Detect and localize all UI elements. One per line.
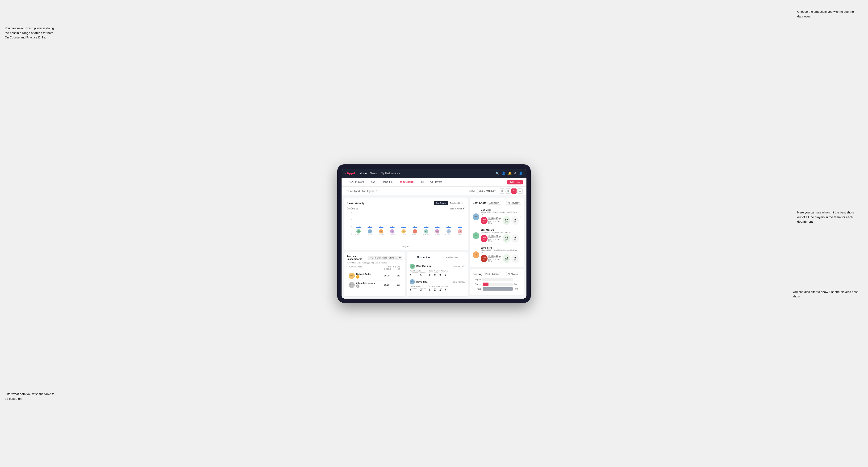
active-avatar-1: BM xyxy=(410,264,415,269)
tab-hcaps[interactable]: Hcaps 1-5 xyxy=(378,179,395,185)
scoring-bar-fill-birdies xyxy=(483,283,489,286)
lb-rank-badge-2: 2 xyxy=(356,284,360,288)
tab-team-clippd[interactable]: Team Clippd xyxy=(396,179,416,185)
bar-group-1: 12 BB B. Britt xyxy=(365,225,375,236)
practice-drills-toggle[interactable]: Practice Drills xyxy=(448,201,465,205)
x-axis-label-8: E. Crossman xyxy=(445,234,452,236)
active-stat-rounds-1: Total Rounds Tournament 7 Practice xyxy=(410,270,426,276)
leaderboard-dropdown[interactable]: PUTT Must Make Putting ... xyxy=(368,256,402,260)
tab-pgat-players[interactable]: PGAT Players xyxy=(345,179,366,185)
lb-col-pb-score: PB SCORE xyxy=(381,266,391,270)
shot-row-3[interactable]: DF David Ford 24 Aug 2023 · Royal North … xyxy=(473,245,521,264)
x-axis-label-6: R. Butler xyxy=(423,234,429,236)
shot-info-2: Shot Dist: 43 ydsStart Lie: RoughEnd Lie… xyxy=(489,235,502,242)
scoring-card: Scoring Par 3, 4 & 5s ▾ All Players ▾ Ea… xyxy=(470,269,524,295)
annotation-player-select: You can select which player is doing the… xyxy=(5,26,57,40)
on-course-toggle[interactable]: On Course xyxy=(434,201,448,205)
time-select[interactable]: Last 3 months ▾ xyxy=(477,189,497,193)
chevron-right-icon-3: › xyxy=(520,253,521,256)
add-circle-icon[interactable]: ⊕ xyxy=(514,172,517,175)
bar-group-0: 13 BM B. McHarg xyxy=(353,225,364,236)
bar-avatar-4: EE xyxy=(401,229,406,234)
most-active-tab[interactable]: Most Active xyxy=(410,255,437,260)
tab-pga[interactable]: PGA xyxy=(367,179,377,185)
active-stats-row-1: Total Rounds Tournament 7 Practice xyxy=(410,270,465,276)
lb-avg-1: 110 xyxy=(391,275,400,277)
list-view-icon[interactable]: ☰ xyxy=(518,188,523,194)
nav-links: Home Teams My Performance xyxy=(360,172,491,175)
app-val-2: 0 xyxy=(434,289,437,292)
user-avatar-icon[interactable]: 👤 xyxy=(519,172,523,175)
least-active-tab[interactable]: Least Active xyxy=(437,255,465,260)
bar-avatar-9: LR xyxy=(458,229,462,234)
bar-value-1: 12 xyxy=(369,225,371,227)
bar-4 xyxy=(401,227,406,228)
bar-avatar-2: DF xyxy=(379,229,383,234)
active-stat-activities-label-2: Total Practice Activities xyxy=(429,285,449,287)
shot-details-2: 200SG Shot Dist: 43 ydsStart Lie: RoughE… xyxy=(481,234,519,243)
shots-filter[interactable]: All Shots ▾ xyxy=(488,201,501,205)
player-activity-header: Player Activity On Course Practice Drill… xyxy=(347,201,465,205)
bar-value-3: 9 xyxy=(392,225,393,227)
x-axis-label-7: M. Miller xyxy=(435,234,440,236)
bar-1 xyxy=(368,227,372,228)
bell-icon[interactable]: 🔔 xyxy=(508,172,512,175)
arg-label-1: ARG xyxy=(439,272,443,274)
total-rounds-dropdown[interactable]: Total Rounds ▾ xyxy=(448,207,465,210)
tournament-val-2: 8 xyxy=(410,289,418,292)
bar-highlight-4 xyxy=(401,227,406,228)
active-stat-rounds-2: Total Rounds Tournament 8 Practice xyxy=(410,285,426,292)
scoring-par-filter[interactable]: Par 3, 4 & 5s ▾ xyxy=(484,272,501,276)
tablet-screen: clippd Home Teams My Performance 🔍 👤 🔔 ⊕… xyxy=(342,168,526,299)
putt-label-2: PUTT xyxy=(445,287,449,289)
bar-value-4: 5 xyxy=(403,225,404,227)
bar-5 xyxy=(412,227,417,228)
players-filter[interactable]: All Players ▾ xyxy=(506,201,521,205)
tab-tour[interactable]: Tour xyxy=(417,179,427,185)
shot-player-name-3: David Ford xyxy=(481,247,519,249)
leaderboard-subtitle: PUTT Must Make Putting (3-6 ft), Last 3 … xyxy=(347,262,402,264)
shot-row-1[interactable]: MM Matt Miller 09 Jun 2023 · Royal North… xyxy=(473,207,521,227)
edit-icon[interactable]: ✎ xyxy=(375,189,378,192)
shot-dist-zero-2: 0 yds xyxy=(512,234,519,243)
scoring-players-filter[interactable]: All Players ▾ xyxy=(506,272,521,276)
putt-val-2: 0 xyxy=(445,289,449,292)
practice-label-2: Practice xyxy=(420,287,426,289)
annotation-filter: Filter what data you wish the table to b… xyxy=(5,392,57,401)
bar-8 xyxy=(446,227,451,228)
grid-view-icon[interactable]: ⊞ xyxy=(499,188,504,194)
tournament-label-2: Tournament xyxy=(410,287,418,289)
shot-distance-3: 16 yds xyxy=(503,254,510,263)
nav-link-performance[interactable]: My Performance xyxy=(381,172,400,175)
arg-val-1: 0 xyxy=(439,274,443,276)
shot-row-2[interactable]: BM Blair McHarg 23 Jul 2023 · Ashridge G… xyxy=(473,227,521,245)
active-stat-subrow-activities-2: GTT 0 APP 0 ARG xyxy=(429,287,449,292)
tab-all-players[interactable]: All Players xyxy=(428,179,445,185)
leaderboard-header: Practice Leaderboards PUTT Must Make Put… xyxy=(347,255,402,260)
bar-value-6: 3 xyxy=(426,225,427,227)
best-shots-card: Best Shots All Shots ▾ All Players ▾ MM … xyxy=(470,198,524,268)
shot-details-1: 200SG Shot Dist: 67 ydsStart Lie: RoughE… xyxy=(481,216,519,225)
x-axis-label-5: O. Billingham xyxy=(412,234,418,236)
add-team-button[interactable]: Add Team xyxy=(507,180,523,184)
bars-container: 13 BM B. McHarg 12 BB B. Britt 10 DF D. … xyxy=(353,212,465,236)
person-icon[interactable]: 👤 xyxy=(502,172,505,175)
putt-val-1: 1 xyxy=(445,274,449,276)
grid2-view-icon[interactable]: ⊟ xyxy=(505,188,510,194)
active-player-info-2: RB Rees Britt xyxy=(410,279,427,284)
lb-player-info-1: Richard Butler 1 xyxy=(356,273,379,279)
nav-link-home[interactable]: Home xyxy=(360,172,367,175)
bar-highlight-9 xyxy=(458,227,462,228)
bar-highlight-8 xyxy=(446,227,451,228)
search-icon[interactable]: 🔍 xyxy=(496,172,499,175)
bar-9 xyxy=(458,227,462,228)
y-label-0: 0 xyxy=(347,212,353,214)
app-label-2: APP xyxy=(434,287,437,289)
heart-view-icon[interactable]: ♥ xyxy=(512,188,517,194)
lb-row-1[interactable]: RB Richard Butler 1 19/20 110 xyxy=(347,271,402,280)
lb-row-2[interactable]: EC Edward Crossman 2 18/20 107 xyxy=(347,280,402,289)
nav-link-teams[interactable]: Teams xyxy=(370,172,378,175)
bar-value-7: 3 xyxy=(437,225,438,227)
on-course-label: On Course xyxy=(347,207,358,210)
active-toggle: Most Active Least Active xyxy=(410,255,465,260)
